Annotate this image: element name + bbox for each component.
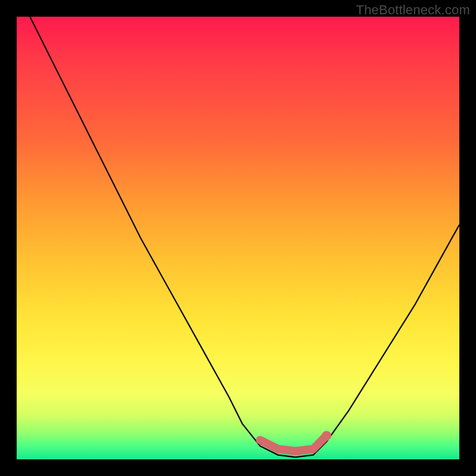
highlight-endpoint-dot — [322, 431, 331, 440]
bottleneck-curve — [30, 17, 459, 457]
chart-frame: TheBottleneck.com — [0, 0, 476, 476]
watermark-text: TheBottleneck.com — [356, 2, 470, 18]
plot-area — [17, 17, 459, 459]
highlight-segment — [260, 436, 327, 451]
curve-svg — [17, 17, 459, 459]
